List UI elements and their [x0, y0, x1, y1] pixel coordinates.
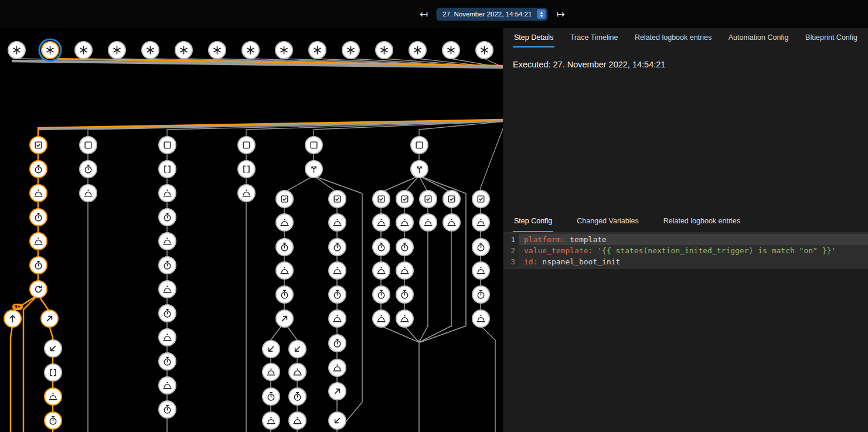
node-timer[interactable] [158, 304, 176, 322]
node-checkbox-marked[interactable] [472, 190, 490, 208]
node-service[interactable] [472, 261, 490, 280]
node-repeat[interactable] [29, 280, 47, 298]
tab-changed-variables[interactable]: Changed Variables [576, 210, 639, 232]
node-service[interactable] [275, 261, 294, 280]
node-service[interactable] [275, 213, 294, 232]
node-asterisk[interactable] [141, 41, 159, 59]
node-checkbox-marked[interactable] [442, 190, 461, 208]
node-service[interactable] [288, 363, 307, 381]
tab-trace-timeline[interactable]: Trace Timeline [569, 28, 619, 47]
node-arrow-down-left[interactable] [44, 339, 62, 358]
node-service[interactable] [262, 363, 280, 381]
node-service[interactable] [262, 411, 280, 430]
node-checkbox-blank[interactable] [79, 136, 97, 154]
node-arrow-up-right[interactable] [40, 309, 59, 328]
node-timer[interactable] [328, 334, 346, 352]
node-service[interactable] [158, 184, 176, 202]
node-timer[interactable] [158, 352, 176, 370]
node-timer[interactable] [372, 285, 390, 304]
node-checkbox-marked[interactable] [275, 190, 294, 208]
node-asterisk[interactable] [74, 41, 93, 59]
node-asterisk[interactable] [442, 41, 460, 59]
node-arrow-down-left[interactable] [262, 340, 280, 358]
node-asterisk[interactable] [208, 41, 226, 59]
node-timer[interactable] [472, 285, 490, 304]
node-timer[interactable] [275, 285, 294, 304]
node-service[interactable] [328, 359, 346, 377]
node-timer[interactable] [158, 256, 176, 274]
node-timer[interactable] [158, 208, 176, 226]
tab-blueprint-config[interactable]: Blueprint Config [804, 28, 859, 47]
node-timer[interactable] [328, 238, 346, 256]
node-service[interactable] [29, 232, 47, 250]
node-service[interactable] [158, 232, 176, 250]
node-timer[interactable] [158, 400, 176, 419]
node-asterisk[interactable] [275, 41, 293, 59]
node-service[interactable] [396, 309, 414, 328]
node-arrow-up-right[interactable] [275, 309, 294, 328]
node-checkbox-marked[interactable] [328, 190, 346, 208]
node-service[interactable] [29, 184, 47, 202]
node-service[interactable] [372, 213, 390, 232]
node-timer[interactable] [288, 387, 307, 406]
node-service[interactable] [419, 213, 437, 232]
node-service[interactable] [44, 387, 62, 406]
node-service[interactable] [442, 213, 461, 232]
node-checkbox-blank[interactable] [410, 136, 428, 154]
node-timer[interactable] [472, 238, 490, 256]
node-service[interactable] [328, 261, 346, 280]
node-timer[interactable] [29, 208, 47, 226]
node-timer[interactable] [29, 160, 47, 178]
node-brackets[interactable] [158, 160, 176, 178]
node-service[interactable] [472, 213, 490, 232]
node-asterisk[interactable] [375, 41, 393, 59]
tab-related-logbook-entries[interactable]: Related logbook entries [634, 28, 713, 47]
node-timer[interactable] [396, 285, 414, 304]
node-asterisk[interactable] [409, 41, 427, 59]
node-checkbox-marked[interactable] [29, 136, 47, 154]
node-checkbox-blank[interactable] [237, 136, 256, 154]
node-timer[interactable] [328, 285, 346, 304]
node-timer[interactable] [44, 411, 62, 430]
node-service[interactable] [237, 184, 256, 202]
node-timer[interactable] [372, 238, 390, 256]
node-checkbox-blank[interactable] [305, 136, 323, 154]
node-service[interactable] [372, 309, 390, 328]
node-asterisk[interactable] [475, 41, 493, 59]
node-checkbox-marked[interactable] [396, 190, 414, 208]
node-service[interactable] [372, 261, 390, 280]
node-timer[interactable] [262, 387, 280, 406]
node-service[interactable] [396, 213, 414, 232]
node-checkbox-marked[interactable] [372, 190, 390, 208]
node-timer[interactable] [275, 238, 294, 256]
node-arrow-up-right[interactable] [328, 382, 346, 400]
node-timer[interactable] [79, 160, 97, 178]
node-brackets[interactable] [44, 363, 62, 382]
tab-automation-config[interactable]: Automation Config [727, 28, 790, 47]
node-timer[interactable] [29, 256, 47, 274]
node-checkbox-blank[interactable] [158, 136, 176, 154]
node-arrow-down-left[interactable] [328, 411, 346, 430]
node-asterisk[interactable] [41, 41, 59, 59]
node-asterisk[interactable] [175, 41, 193, 59]
node-asterisk[interactable] [241, 41, 260, 59]
node-service[interactable] [158, 376, 176, 394]
node-brackets[interactable] [237, 160, 256, 178]
next-trace-button[interactable]: ↦ [555, 9, 566, 19]
tab-step-details[interactable]: Step Details [513, 28, 554, 47]
node-arrow-down-left[interactable] [288, 340, 307, 358]
node-call-split[interactable] [410, 160, 428, 178]
node-service[interactable] [396, 261, 414, 280]
node-service[interactable] [288, 411, 307, 430]
tab-step-config[interactable]: Step Config [513, 210, 553, 232]
node-service[interactable] [328, 309, 346, 328]
node-asterisk[interactable] [8, 41, 26, 59]
node-service[interactable] [472, 309, 490, 328]
node-checkbox-marked[interactable] [419, 190, 437, 208]
node-service[interactable] [328, 213, 346, 232]
node-timer[interactable] [396, 238, 414, 256]
tab-config-related-logbook-entries[interactable]: Related logbook entries [662, 210, 741, 232]
previous-trace-button[interactable]: ↤ [418, 9, 429, 19]
node-asterisk[interactable] [308, 41, 326, 59]
node-call-split[interactable] [305, 160, 323, 178]
